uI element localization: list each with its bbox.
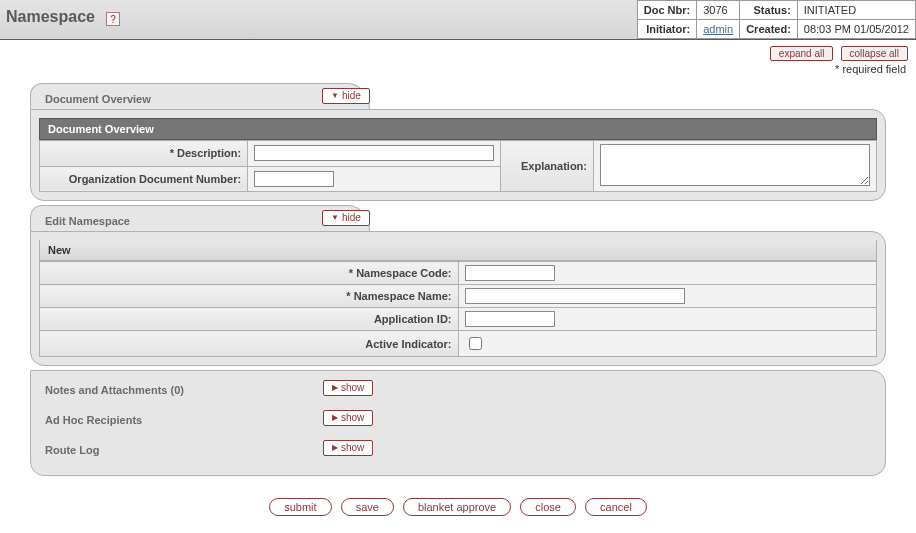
- save-button[interactable]: save: [341, 498, 394, 516]
- explanation-textarea[interactable]: [600, 144, 870, 186]
- header-bar: Namespace ? Doc Nbr: 3076 Status: INITIA…: [0, 0, 916, 40]
- tab-title-adhoc: Ad Hoc Recipients: [45, 414, 142, 426]
- initiator-label: Initiator:: [637, 20, 696, 39]
- org-doc-num-label: Organization Document Number:: [69, 173, 241, 185]
- cancel-button[interactable]: cancel: [585, 498, 647, 516]
- org-doc-num-input[interactable]: [254, 171, 334, 187]
- collapsed-tab-group: Notes and Attachments (0) ▶show Ad Hoc R…: [30, 370, 886, 476]
- chevron-right-icon: ▶: [332, 441, 338, 455]
- chevron-down-icon: ▼: [331, 89, 339, 103]
- tab-edit-namespace: Edit Namespace ▼hide New * Namespace Cod…: [30, 205, 886, 366]
- status-value: INITIATED: [797, 1, 915, 20]
- page-title: Namespace: [6, 8, 95, 26]
- explanation-label: Explanation:: [521, 160, 587, 172]
- show-button-routelog[interactable]: ▶show: [323, 440, 373, 456]
- expand-all-button[interactable]: expand all: [770, 46, 834, 61]
- tab-title-edit-namespace: Edit Namespace: [45, 215, 130, 227]
- chevron-right-icon: ▶: [332, 381, 338, 395]
- show-button-adhoc[interactable]: ▶show: [323, 410, 373, 426]
- doc-nbr-label: Doc Nbr:: [637, 1, 696, 20]
- namespace-name-label: Namespace Name:: [354, 290, 452, 302]
- application-id-label: Application ID:: [374, 313, 452, 325]
- close-button[interactable]: close: [520, 498, 576, 516]
- active-indicator-label: Active Indicator:: [365, 338, 451, 350]
- doc-nbr-value: 3076: [697, 1, 740, 20]
- namespace-code-input[interactable]: [465, 265, 555, 281]
- section-bar-new: New: [39, 240, 877, 261]
- description-label: Description:: [177, 147, 241, 159]
- show-button-notes[interactable]: ▶show: [323, 380, 373, 396]
- collapse-all-button[interactable]: collapse all: [841, 46, 908, 61]
- tab-title-routelog: Route Log: [45, 444, 99, 456]
- tab-title-notes: Notes and Attachments (0): [45, 384, 184, 396]
- document-overview-grid: * Description: Explanation: Organization…: [39, 140, 877, 192]
- chevron-down-icon: ▼: [331, 211, 339, 225]
- application-id-input[interactable]: [465, 311, 555, 327]
- namespace-name-input[interactable]: [465, 288, 685, 304]
- created-value: 08:03 PM 01/05/2012: [797, 20, 915, 39]
- submit-button[interactable]: submit: [269, 498, 331, 516]
- tab-document-overview: Document Overview ▼hide Document Overvie…: [30, 83, 886, 201]
- action-buttons: submit save blanket approve close cancel: [30, 486, 886, 533]
- section-bar-document-overview: Document Overview: [39, 118, 877, 140]
- created-label: Created:: [740, 20, 798, 39]
- description-input[interactable]: [254, 145, 494, 161]
- active-indicator-checkbox[interactable]: [469, 337, 482, 350]
- blanket-approve-button[interactable]: blanket approve: [403, 498, 511, 516]
- help-icon[interactable]: ?: [106, 12, 120, 26]
- chevron-right-icon: ▶: [332, 411, 338, 425]
- status-label: Status:: [740, 1, 798, 20]
- doc-info-table: Doc Nbr: 3076 Status: INITIATED Initiato…: [637, 0, 916, 39]
- tab-title-document-overview: Document Overview: [45, 93, 151, 105]
- hide-button-edit-namespace[interactable]: ▼hide: [322, 210, 370, 226]
- initiator-link[interactable]: admin: [703, 23, 733, 35]
- namespace-code-label: Namespace Code:: [356, 267, 451, 279]
- required-field-note: * required field: [0, 61, 916, 83]
- edit-namespace-grid: * Namespace Code: * Namespace Name: Appl…: [39, 261, 877, 357]
- hide-button-document-overview[interactable]: ▼hide: [322, 88, 370, 104]
